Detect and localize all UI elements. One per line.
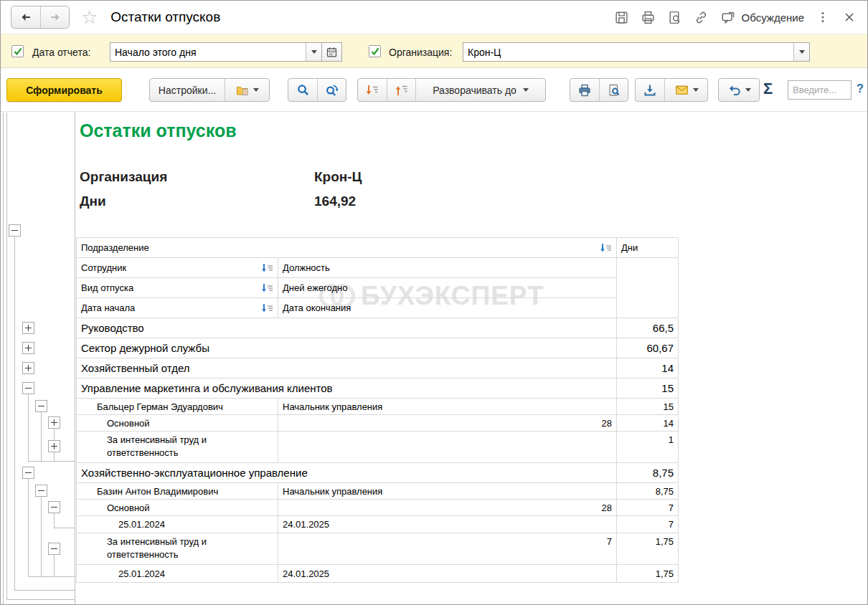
- position-cell[interactable]: Начальник управления: [278, 399, 616, 415]
- header-cell[interactable]: Должность: [278, 258, 616, 278]
- collapse-group-button[interactable]: [48, 501, 60, 513]
- header-cell[interactable]: Дата окончания: [278, 298, 616, 318]
- search-continue-icon: [325, 83, 339, 97]
- end-date-cell[interactable]: 24.01.2025: [278, 565, 616, 582]
- vacation-type-cell[interactable]: Основной: [77, 415, 278, 432]
- more-menu-icon[interactable]: [815, 9, 831, 25]
- quick-input[interactable]: [788, 81, 851, 99]
- report-title: Остатки отпусков: [80, 120, 237, 141]
- start-date-cell[interactable]: 25.01.2024: [77, 516, 278, 533]
- date-filter-checkbox[interactable]: [11, 45, 24, 57]
- back-button[interactable]: [11, 6, 40, 28]
- collapse-all-button[interactable]: [387, 79, 415, 101]
- print-preview-icon[interactable]: [667, 9, 683, 25]
- collapse-group-button[interactable]: [48, 543, 60, 555]
- print-button[interactable]: [570, 79, 599, 101]
- expand-group-button[interactable]: [22, 322, 34, 334]
- days-cell[interactable]: 14: [616, 358, 678, 378]
- settings-button[interactable]: Настройки...: [150, 79, 225, 101]
- org-filter-input[interactable]: [463, 43, 793, 61]
- sort-icon[interactable]: [600, 243, 612, 253]
- days-cell[interactable]: 7: [616, 500, 678, 516]
- sort-icon[interactable]: [261, 303, 273, 313]
- header-cell[interactable]: Вид отпуска: [77, 278, 278, 298]
- generate-button[interactable]: Сформировать: [6, 78, 122, 102]
- start-date-cell[interactable]: 25.01.2024: [77, 565, 278, 582]
- expand-group-button[interactable]: [48, 440, 60, 452]
- expand-group-button[interactable]: [48, 416, 60, 429]
- days-cell[interactable]: 8,75: [616, 483, 678, 500]
- annual-days-cell[interactable]: 28: [278, 500, 616, 516]
- date-filter-dropdown-button[interactable]: [306, 43, 321, 61]
- annual-days-cell[interactable]: [278, 432, 616, 463]
- expand-all-button[interactable]: [358, 79, 387, 101]
- sort-icon[interactable]: [261, 283, 273, 293]
- group-cell[interactable]: Руководство: [77, 318, 616, 338]
- days-meta-label: Дни: [80, 194, 106, 209]
- collapse-group-button[interactable]: [35, 400, 47, 412]
- header-cell[interactable]: Дней ежегодно: [278, 278, 616, 298]
- expand-to-level-button[interactable]: Разворачивать до: [415, 79, 545, 101]
- header-cell[interactable]: [616, 258, 678, 278]
- sort-icon[interactable]: [261, 263, 273, 273]
- print-icon[interactable]: [641, 9, 656, 25]
- print-preview-button[interactable]: [599, 79, 628, 101]
- end-date-cell[interactable]: 24.01.2025: [278, 516, 616, 533]
- collapse-group-button[interactable]: [22, 467, 34, 479]
- days-cell[interactable]: 60,67: [616, 338, 678, 358]
- org-filter-checkbox[interactable]: [369, 45, 381, 57]
- close-icon[interactable]: [841, 9, 857, 25]
- collapse-group-button[interactable]: [35, 485, 47, 497]
- employee-cell[interactable]: Бальцер Герман Эдуардович: [77, 399, 278, 415]
- help-button[interactable]: ?: [857, 82, 864, 95]
- group-cell[interactable]: Хозяйственно-эксплуатационное управление: [77, 463, 616, 483]
- org-filter-dropdown-button[interactable]: [793, 43, 809, 61]
- group-cell[interactable]: Хозяйственный отдел: [77, 358, 616, 378]
- days-cell[interactable]: 66,5: [616, 318, 678, 338]
- undo-button[interactable]: [719, 79, 759, 101]
- days-cell[interactable]: 1,75: [616, 533, 678, 565]
- days-cell[interactable]: 1: [616, 432, 678, 463]
- expand-group-button[interactable]: [22, 362, 34, 374]
- header-cell[interactable]: Подразделение: [77, 238, 616, 258]
- days-cell[interactable]: 14: [616, 415, 678, 432]
- group-cell[interactable]: Сектор дежурной службы: [77, 338, 616, 358]
- date-filter-input[interactable]: [110, 43, 306, 61]
- collapse-root-button[interactable]: [9, 224, 21, 237]
- tree-line: [28, 461, 75, 462]
- favorite-star-icon[interactable]: ☆: [81, 8, 98, 27]
- days-cell[interactable]: 1,75: [616, 565, 678, 582]
- header-cell-days[interactable]: Дни: [616, 238, 678, 258]
- days-cell[interactable]: 15: [616, 378, 678, 399]
- vacation-type-cell[interactable]: Основной: [77, 500, 278, 516]
- group-cell[interactable]: Управление маркетинга и обслуживания кли…: [77, 378, 616, 399]
- calendar-button[interactable]: [322, 42, 342, 62]
- find-next-button[interactable]: [317, 79, 346, 101]
- position-cell[interactable]: Начальник управления: [278, 483, 616, 500]
- tree-line: [54, 429, 55, 440]
- discussion-button[interactable]: Обсуждение: [720, 9, 804, 25]
- vacation-type-cell[interactable]: За интенсивный труд и ответственность: [77, 432, 278, 463]
- days-cell[interactable]: 15: [616, 399, 678, 415]
- header-cell[interactable]: Сотрудник: [77, 258, 278, 278]
- get-link-icon[interactable]: [694, 9, 709, 25]
- header-cell[interactable]: Дата начала: [77, 298, 278, 318]
- save-icon[interactable]: [614, 9, 630, 25]
- save-result-button[interactable]: [636, 79, 664, 101]
- forward-button[interactable]: [40, 6, 69, 28]
- employee-cell[interactable]: Базин Антон Владимирович: [77, 483, 278, 500]
- annual-days-cell[interactable]: 7: [278, 533, 616, 565]
- find-button[interactable]: [288, 79, 317, 101]
- days-cell[interactable]: 7: [616, 516, 678, 533]
- tree-line: [41, 497, 42, 576]
- autosum-icon[interactable]: Σ: [763, 81, 773, 97]
- report-variants-button[interactable]: [225, 79, 269, 101]
- collapse-group-button[interactable]: [22, 382, 34, 394]
- annual-days-cell[interactable]: 28: [278, 415, 616, 432]
- header-cell[interactable]: [616, 278, 678, 298]
- expand-group-button[interactable]: [22, 342, 34, 354]
- days-cell[interactable]: 8,75: [616, 463, 678, 483]
- vacation-type-cell[interactable]: За интенсивный труд и ответственность: [77, 533, 278, 565]
- send-email-button[interactable]: [664, 79, 707, 101]
- header-cell[interactable]: [616, 298, 678, 318]
